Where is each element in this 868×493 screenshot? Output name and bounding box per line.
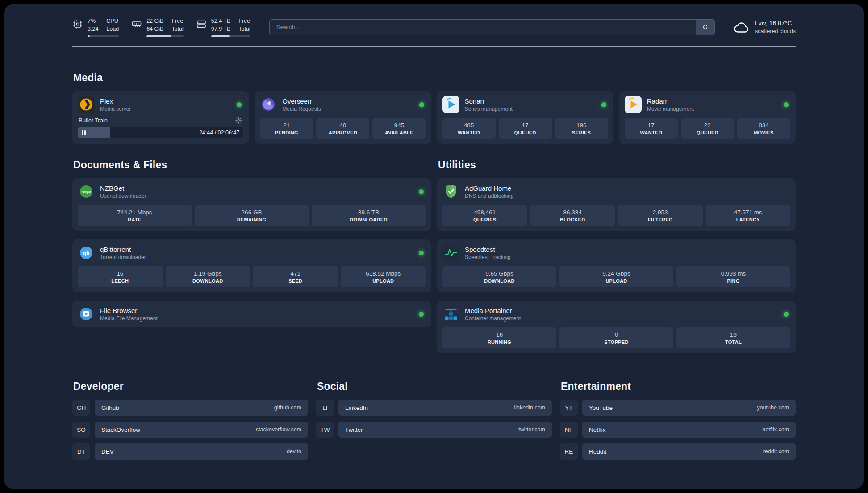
header-divider bbox=[72, 46, 796, 47]
twitter-link[interactable]: Twitter twitter.com bbox=[338, 422, 552, 438]
plex-icon bbox=[78, 96, 95, 113]
qbittorrent-name: qBittorrent bbox=[100, 246, 146, 253]
dev-link-url: dev.to bbox=[287, 448, 301, 455]
stat-latency-value: 47.571 ms bbox=[734, 209, 762, 216]
disk-progress-fill bbox=[211, 35, 230, 37]
middle-columns: Documents & Files nzbget NZBGet Usenet d… bbox=[72, 159, 796, 362]
stat-running: 16 RUNNING bbox=[442, 327, 556, 348]
stat-pending: 21 PENDING bbox=[260, 118, 313, 139]
app-card-speedtest[interactable]: Speedtest Speedtest Tracking 9.65 Gbps D… bbox=[437, 239, 796, 292]
stat-filtered: 2,953 FILTERED bbox=[618, 205, 703, 226]
nzbget-status-dot bbox=[419, 189, 424, 194]
netflix-link-url: netflix.com bbox=[762, 426, 789, 433]
stat-upload: 9.24 Gbps UPLOAD bbox=[559, 266, 673, 287]
bookmark-row-linkedin: LI LinkedIn linkedin.com bbox=[316, 400, 552, 416]
nzbget-name: NZBGet bbox=[100, 184, 146, 192]
app-card-portainer[interactable]: Media Portainer Container management 16 … bbox=[437, 301, 796, 353]
ram-progress-fill bbox=[146, 35, 171, 37]
app-card-plex[interactable]: Plex Media server Bullet Train bbox=[72, 91, 249, 144]
pause-icon[interactable] bbox=[82, 127, 86, 138]
bookmark-row-stackoverflow: SO StackOverflow stackoverflow.com bbox=[72, 422, 308, 438]
stat-movies: 834 MOVIES bbox=[737, 118, 790, 139]
youtube-link-url: youtube.com bbox=[757, 405, 789, 411]
ram-total-label: Total bbox=[171, 25, 183, 33]
bookmarks-section: Developer GH Github github.com SO StackO… bbox=[72, 380, 796, 465]
radarr-status-dot bbox=[784, 102, 789, 107]
stat-total-value: 16 bbox=[730, 331, 737, 338]
github-link[interactable]: Github github.com bbox=[95, 400, 308, 416]
stat-ping-value: 0.993 ms bbox=[721, 270, 746, 277]
stat-wanted-label: WANTED bbox=[640, 130, 662, 135]
stat-downloaded: 39.6 TB DOWNLOADED bbox=[312, 205, 426, 226]
portainer-name: Media Portainer bbox=[465, 307, 521, 314]
speedtest-stats: 9.65 Gbps DOWNLOAD 9.24 Gbps UPLOAD 0.99… bbox=[442, 266, 790, 287]
filebrowser-meta: File Browser Media File Management bbox=[100, 307, 158, 322]
dev-link[interactable]: DEV dev.to bbox=[95, 443, 308, 460]
stat-upload-label: UPLOAD bbox=[605, 278, 627, 284]
app-card-radarr[interactable]: Radarr Movie management 17 WANTED 22 QUE… bbox=[619, 91, 796, 144]
stat-total-label: TOTAL bbox=[725, 339, 742, 345]
adguard-stats: 498,461 QUERIES 86,384 BLOCKED 2,953 FIL… bbox=[442, 205, 790, 226]
reddit-link-name: Reddit bbox=[589, 448, 606, 455]
stat-filtered-label: FILTERED bbox=[648, 217, 672, 222]
stat-download-value: 9.65 Gbps bbox=[485, 270, 513, 277]
disk-values: 52.4 TB 97.9 TB Free Total bbox=[211, 17, 250, 33]
app-card-sonarr[interactable]: Sonarr Series management 485 WANTED 17 Q… bbox=[437, 91, 613, 144]
ram-free-label: Free bbox=[171, 17, 183, 25]
filebrowser-subtitle: Media File Management bbox=[100, 315, 158, 322]
netflix-link[interactable]: Netflix netflix.com bbox=[582, 422, 796, 438]
nzbget-card-header: nzbget NZBGet Usenet downloader bbox=[78, 183, 426, 200]
documents-section-title: Documents & Files bbox=[73, 159, 431, 171]
search-input[interactable] bbox=[270, 20, 696, 35]
filebrowser-card-header: File Browser Media File Management bbox=[78, 305, 426, 322]
stat-series-label: SERIES bbox=[572, 130, 591, 135]
speedtest-meta: Speedtest Speedtest Tracking bbox=[465, 246, 511, 260]
app-card-qbittorrent[interactable]: qb qBittorrent Torrent downloader 16 LEE… bbox=[72, 239, 431, 292]
media-section-title: Media bbox=[73, 72, 796, 84]
bookmark-row-dev: DT DEV dev.to bbox=[72, 443, 308, 460]
section-utilities: Utilities AdGuard Home DNS and adblockin… bbox=[437, 159, 796, 362]
speedtest-icon bbox=[442, 244, 459, 261]
ram-monitor-body: 22 GiB 64 GiB Free Total bbox=[146, 17, 184, 37]
weather-widget: Lviv, 16.87°C scattered clouds bbox=[734, 19, 796, 35]
app-card-overseerr[interactable]: Overseerr Media Requests 21 PENDING 40 A… bbox=[255, 91, 431, 144]
overseerr-icon bbox=[260, 96, 277, 113]
nzbget-stats: 744.21 Mbps RATE 266 GB REMAINING 39.6 T… bbox=[78, 205, 426, 226]
stat-wanted-label: WANTED bbox=[458, 130, 480, 135]
stat-downloaded-label: DOWNLOADED bbox=[350, 217, 387, 222]
app-card-nzbget[interactable]: nzbget NZBGet Usenet downloader 744.21 M… bbox=[72, 178, 431, 231]
stat-rate-label: RATE bbox=[128, 217, 141, 222]
app-card-filebrowser[interactable]: File Browser Media File Management bbox=[72, 301, 431, 327]
disk-progress-bar bbox=[211, 35, 250, 37]
radarr-name: Radarr bbox=[647, 97, 694, 105]
stat-download: 9.65 Gbps DOWNLOAD bbox=[442, 266, 556, 287]
adguard-subtitle: DNS and adblocking bbox=[465, 193, 513, 199]
radarr-meta: Radarr Movie management bbox=[647, 97, 694, 112]
reddit-link[interactable]: Reddit reddit.com bbox=[582, 443, 796, 460]
linkedin-link[interactable]: LinkedIn linkedin.com bbox=[338, 400, 552, 416]
disk-icon bbox=[196, 19, 207, 29]
stat-stopped-value: 0 bbox=[615, 331, 618, 338]
stat-blocked-value: 86,384 bbox=[563, 209, 582, 216]
weather-location: Lviv, 16.87°C bbox=[755, 20, 796, 27]
stackoverflow-abbr-badge: SO bbox=[72, 422, 90, 438]
youtube-link[interactable]: YouTube youtube.com bbox=[582, 400, 796, 416]
dashboard: 7% 3.24 CPU Load 22 GiB bbox=[4, 4, 864, 489]
stackoverflow-link[interactable]: StackOverflow stackoverflow.com bbox=[95, 422, 308, 438]
stat-total: 16 TOTAL bbox=[676, 327, 790, 348]
stat-ping: 0.993 ms PING bbox=[676, 266, 790, 287]
overseerr-stats: 21 PENDING 40 APPROVED 945 AVAILABLE bbox=[260, 118, 426, 139]
plex-name: Plex bbox=[100, 97, 131, 105]
player-settings-gear-icon[interactable] bbox=[235, 117, 242, 124]
search-bar[interactable]: G bbox=[269, 19, 715, 35]
stat-leech-label: LEECH bbox=[111, 278, 129, 284]
developer-section-title: Developer bbox=[73, 380, 308, 393]
screen-frame: 7% 3.24 CPU Load 22 GiB bbox=[0, 0, 868, 493]
search-engine-button[interactable]: G bbox=[696, 20, 714, 35]
stat-queued-value: 17 bbox=[522, 122, 529, 129]
sonarr-subtitle: Series management bbox=[465, 106, 513, 112]
radarr-subtitle: Movie management bbox=[647, 106, 694, 112]
playback-progress-bar[interactable]: 24:44 / 02:06:47 bbox=[78, 127, 243, 138]
app-card-adguard[interactable]: AdGuard Home DNS and adblocking 498,461 … bbox=[437, 178, 796, 231]
stat-remaining-value: 266 GB bbox=[242, 209, 262, 216]
